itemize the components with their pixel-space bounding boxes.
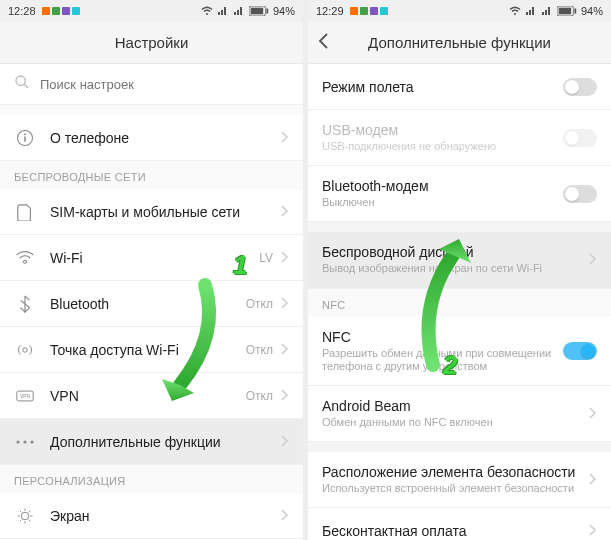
row-label: SIM-карты и мобильные сети — [50, 204, 281, 220]
row-label: Bluetooth — [50, 296, 246, 312]
row-screen[interactable]: Экран — [0, 493, 303, 539]
row-label: О телефоне — [50, 130, 281, 146]
search-row[interactable] — [0, 64, 303, 105]
row-label: VPN — [50, 388, 246, 404]
page-title: Настройки — [115, 34, 189, 51]
svg-point-8 — [23, 347, 28, 352]
status-app-icons — [42, 7, 80, 15]
battery-icon — [557, 6, 577, 16]
svg-point-13 — [30, 440, 33, 443]
wifi-icon — [14, 251, 36, 265]
chevron-right-icon — [281, 129, 289, 147]
chevron-right-icon — [281, 203, 289, 221]
row-android-beam[interactable]: Android Beam Обмен данными по NFC включе… — [308, 386, 611, 442]
row-vpn[interactable]: VPN VPN Откл — [0, 373, 303, 419]
status-battery: 94% — [273, 5, 295, 17]
section-personal: ПЕРСОНАЛИЗАЦИЯ — [0, 465, 303, 493]
display-icon — [14, 507, 36, 525]
page-title: Дополнительные функции — [368, 34, 551, 51]
hotspot-icon — [14, 341, 36, 359]
row-wifi[interactable]: Wi-Fi LV — [0, 235, 303, 281]
annotation-number-2: 2 — [443, 350, 457, 381]
svg-point-3 — [16, 76, 25, 85]
status-time: 12:29 — [316, 5, 344, 17]
toggle-usb — [563, 129, 597, 147]
row-label: Bluetooth-модем — [322, 178, 563, 194]
statusbar: 12:29 94% — [308, 0, 611, 22]
chevron-right-icon — [281, 507, 289, 525]
chevron-right-icon — [281, 341, 289, 359]
svg-line-4 — [24, 84, 28, 88]
row-sub: Обмен данными по NFC включен — [322, 416, 589, 429]
row-bt-modem[interactable]: Bluetooth-модем Выключен — [308, 166, 611, 222]
chevron-right-icon — [589, 251, 597, 269]
svg-rect-17 — [559, 8, 572, 15]
row-nfc[interactable]: NFC Разрешить обмен данными при совмещен… — [308, 317, 611, 386]
signal-icon — [525, 5, 537, 17]
bluetooth-icon — [14, 295, 36, 313]
status-battery: 94% — [581, 5, 603, 17]
row-sec-element[interactable]: Расположение элемента безопасности Испол… — [308, 452, 611, 508]
chevron-right-icon — [281, 387, 289, 405]
svg-rect-7 — [24, 136, 26, 141]
row-wireless-display[interactable]: Беспроводной дисплей Вывод изображения н… — [308, 232, 611, 288]
status-app-icons — [350, 7, 388, 15]
search-icon — [14, 74, 30, 94]
row-hotspot[interactable]: Точка доступа Wi-Fi Откл — [0, 327, 303, 373]
section-wireless: БЕСПРОВОДНЫЕ СЕТИ — [0, 161, 303, 189]
signal-icon — [217, 5, 229, 17]
row-value: Откл — [246, 343, 273, 357]
back-button[interactable] — [318, 33, 328, 53]
row-sub: USB-подключения не обнаружено — [322, 140, 563, 153]
wifi-icon — [509, 5, 521, 17]
row-label: Расположение элемента безопасности — [322, 464, 589, 480]
phone-left: 12:28 94% Настройки О телефоне БЕСПРОВОД… — [0, 0, 303, 540]
annotation-number-1: 1 — [233, 250, 247, 281]
toggle-airplane[interactable] — [563, 78, 597, 96]
row-label: USB-модем — [322, 122, 563, 138]
svg-rect-18 — [574, 9, 576, 14]
row-about[interactable]: О телефоне — [0, 115, 303, 161]
search-input[interactable] — [40, 77, 289, 92]
svg-point-6 — [24, 133, 26, 135]
row-label: Точка доступа Wi-Fi — [50, 342, 246, 358]
svg-rect-2 — [266, 9, 268, 14]
row-airplane[interactable]: Режим полета — [308, 64, 611, 110]
row-sub: Вывод изображения на экран по сети Wi-Fi — [322, 262, 589, 275]
sim-icon — [14, 203, 36, 221]
chevron-right-icon — [281, 433, 289, 451]
row-label: Беспроводной дисплей — [322, 244, 589, 260]
row-label: Wi-Fi — [50, 250, 259, 266]
row-value: LV — [259, 251, 273, 265]
phone-right: 12:29 94% Дополнительные функции Режим п… — [308, 0, 611, 540]
chevron-right-icon — [281, 295, 289, 313]
svg-point-12 — [23, 440, 26, 443]
vpn-icon: VPN — [14, 389, 36, 403]
svg-point-14 — [21, 512, 29, 520]
toggle-bt-modem[interactable] — [563, 185, 597, 203]
row-label: Бесконтактная оплата — [322, 523, 589, 539]
row-value: Откл — [246, 389, 273, 403]
wifi-icon — [201, 5, 213, 17]
row-bluetooth[interactable]: Bluetooth Откл — [0, 281, 303, 327]
section-nfc: NFC — [308, 289, 611, 317]
statusbar: 12:28 94% — [0, 0, 303, 22]
row-label: Дополнительные функции — [50, 434, 281, 450]
info-icon — [14, 129, 36, 147]
row-label: Режим полета — [322, 79, 563, 95]
svg-rect-1 — [251, 8, 263, 15]
row-label: Android Beam — [322, 398, 589, 414]
more-icon — [14, 439, 36, 445]
row-label: Экран — [50, 508, 281, 524]
row-usb-modem: USB-модем USB-подключения не обнаружено — [308, 110, 611, 166]
row-more[interactable]: Дополнительные функции — [0, 419, 303, 465]
signal-icon-2 — [541, 5, 553, 17]
battery-icon — [249, 6, 269, 16]
row-sub: Выключен — [322, 196, 563, 209]
chevron-right-icon — [589, 471, 597, 489]
toggle-nfc[interactable] — [563, 342, 597, 360]
header: Настройки — [0, 22, 303, 64]
row-contactless-pay[interactable]: Бесконтактная оплата — [308, 508, 611, 540]
row-sim[interactable]: SIM-карты и мобильные сети — [0, 189, 303, 235]
signal-icon-2 — [233, 5, 245, 17]
